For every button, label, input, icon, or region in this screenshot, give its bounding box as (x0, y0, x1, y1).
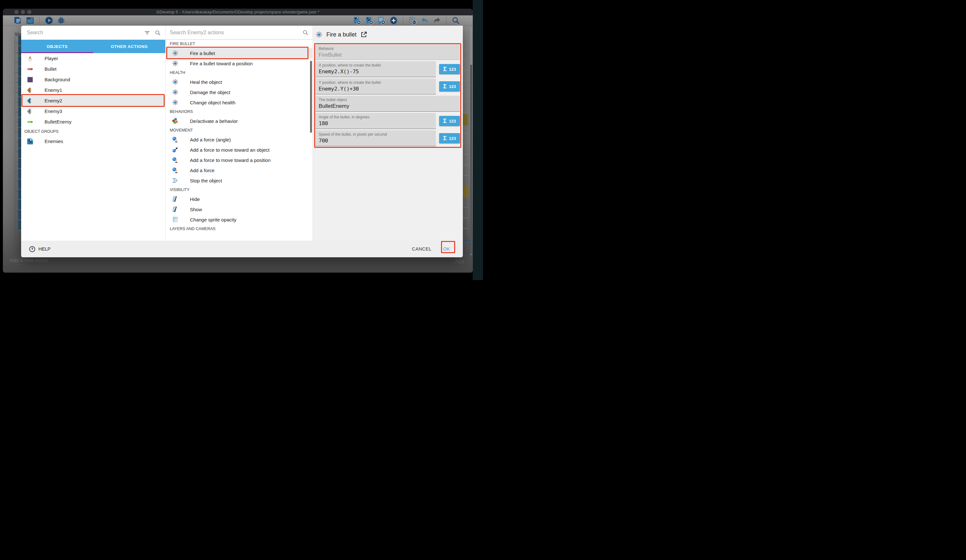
sigma-icon: Σ (443, 65, 447, 73)
object-row-bullet[interactable]: Bullet (21, 64, 165, 74)
filter-icon[interactable] (144, 30, 150, 36)
action-row[interactable]: Hide (166, 194, 312, 204)
action-row[interactable]: Add a force to move toward an object (166, 145, 312, 155)
parameter-field[interactable]: X position, where to create the bulletEn… (315, 61, 436, 77)
group-label: Enemies (44, 139, 63, 144)
tab-other-actions[interactable]: OTHER ACTIONS (93, 40, 165, 53)
search-icon[interactable] (452, 16, 460, 25)
parameter-field-row: X position, where to create the bulletEn… (315, 61, 460, 77)
group-row-enemies[interactable]: Enemies (21, 136, 165, 147)
gear-icon (172, 99, 178, 106)
action-row[interactable]: Fire a bullet toward a position (166, 58, 312, 69)
object-search-input[interactable]: Search (27, 30, 144, 36)
toolbar-divider (446, 16, 447, 24)
object-row-bulletenemy[interactable]: BulletEnemy (21, 116, 165, 127)
expression-editor-button[interactable]: Σ123 (439, 133, 460, 143)
123-label: 123 (449, 136, 456, 141)
parameter-field-row: Angle of the bullet, in degrees180Σ123 (315, 113, 460, 129)
action-title: Fire a bullet (326, 31, 356, 38)
toolbar-divider (403, 16, 403, 24)
help-icon: ? (29, 246, 36, 252)
search-icon[interactable] (302, 29, 309, 36)
action-row[interactable]: Damage the object (166, 87, 312, 97)
action-row[interactable]: Fire a bullet (166, 48, 312, 58)
object-row-enemy2[interactable]: Enemy2 (21, 95, 165, 106)
parameter-value[interactable]: FireBullet (319, 52, 457, 58)
object-row-player[interactable]: Player (21, 53, 165, 64)
expression-editor-button[interactable]: Σ123 (439, 81, 460, 92)
add-event-icon[interactable] (353, 16, 361, 25)
object-label: Enemy3 (44, 108, 62, 114)
action-search-input[interactable]: Search Enemy2 actions (170, 30, 302, 36)
parameter-value[interactable]: Enemy2.X()-75 (319, 69, 433, 75)
dialog-footer: ? HELP CANCEL OK (21, 241, 463, 257)
action-row[interactable]: Show (166, 204, 312, 215)
event-condition-blocks (18, 36, 21, 231)
object-groups-header: OBJECT GROUPS (21, 127, 165, 136)
toolbar-left-group (14, 15, 65, 26)
parameter-value[interactable]: 700 (319, 138, 433, 144)
action-row[interactable]: Add a force (angle) (166, 134, 312, 145)
red-bullet-icon (26, 65, 34, 73)
object-row-background[interactable]: Background (21, 74, 165, 85)
object-row-enemy3[interactable]: Enemy3 (21, 106, 165, 116)
parameter-value[interactable]: 180 (319, 120, 433, 126)
parameter-field[interactable]: Speed of the bullet, in pixels per secon… (315, 130, 436, 146)
open-in-new-icon[interactable] (360, 31, 367, 38)
action-chooser-panel: Search Enemy2 actions FIRE BULLETFire a … (166, 26, 312, 241)
object-label: Enemy2 (44, 98, 62, 103)
tab-objects[interactable]: OBJECTS (21, 40, 93, 53)
add-new-event-label: Add a new event (10, 258, 48, 264)
parameter-field[interactable]: BehaviorFireBullet (315, 44, 460, 60)
action-row[interactable]: Add a force (166, 165, 312, 175)
zoom-window-button[interactable] (27, 10, 31, 14)
traffic-lights[interactable] (15, 10, 31, 14)
cancel-button[interactable]: CANCEL (412, 246, 431, 252)
action-row[interactable]: Change object health (166, 97, 312, 108)
object-search-bar[interactable]: Search (21, 26, 165, 40)
expression-editor-button[interactable]: Σ123 (439, 64, 460, 74)
undo-icon[interactable] (421, 16, 429, 25)
help-button[interactable]: ? HELP (29, 246, 51, 252)
scene-editor-icon[interactable] (26, 16, 34, 25)
action-row[interactable]: De/activate a behavior (166, 116, 312, 126)
minimize-window-button[interactable] (21, 10, 25, 14)
search-icon[interactable] (155, 30, 161, 36)
events-sheet-icon[interactable] (14, 16, 22, 25)
action-section-header: FIRE BULLET (166, 40, 312, 48)
action-row[interactable]: Change sprite opacity (166, 215, 312, 224)
force-icon (172, 157, 178, 163)
add-subevent-icon[interactable] (365, 16, 373, 25)
debug-icon[interactable] (57, 16, 65, 25)
ok-button[interactable]: OK (443, 246, 450, 252)
parameters-header: Fire a bullet (315, 30, 367, 39)
event-action-block-yellow (463, 186, 468, 197)
event-action-block-yellow (463, 114, 468, 125)
parameter-field[interactable]: Y position, where to create the bulletEn… (315, 79, 436, 94)
action-row[interactable]: Heal the object (166, 77, 312, 87)
play-icon[interactable] (45, 16, 53, 25)
parameter-value[interactable]: BulletEnemy (319, 103, 457, 110)
expression-editor-button[interactable]: Σ123 (439, 116, 460, 126)
add-circle-icon[interactable] (389, 16, 398, 25)
delete-event-icon[interactable] (408, 16, 417, 25)
add-comment-icon[interactable] (377, 16, 386, 25)
desktop-texture-strip (473, 0, 483, 280)
redo-icon[interactable] (433, 16, 441, 25)
action-list-scrollbar-thumb[interactable] (310, 61, 312, 133)
action-row[interactable]: Stop the object (166, 175, 312, 186)
enemy1-ship-icon (26, 87, 34, 94)
events-scrollbar-thumb[interactable] (470, 65, 472, 254)
parameter-field[interactable]: Angle of the bullet, in degrees180 (315, 113, 436, 129)
object-row-enemy1[interactable]: Enemy1 (21, 85, 165, 95)
action-section-header: BEHAVIORS (166, 108, 312, 116)
action-row[interactable]: Add a force to move toward a position (166, 155, 312, 165)
action-label: Fire a bullet (190, 51, 215, 56)
close-window-button[interactable] (15, 10, 18, 14)
object-chooser-panel: Search OBJECTS OTHER ACTIONS PlayerBulle… (21, 26, 166, 241)
action-search-bar[interactable]: Search Enemy2 actions (166, 26, 312, 40)
parameter-field[interactable]: The bullet objectBulletEnemy (315, 96, 460, 112)
object-label: Enemy1 (44, 87, 62, 93)
action-label: Stop the object (190, 178, 222, 183)
parameter-value[interactable]: Enemy2.Y()+30 (319, 86, 433, 92)
